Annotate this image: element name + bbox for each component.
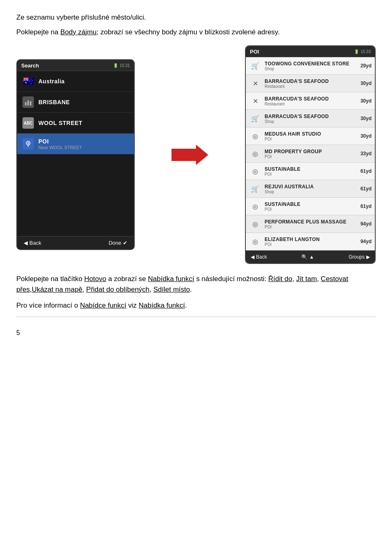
x-icon-1: ✕ <box>249 77 261 89</box>
svg-rect-1 <box>27 100 29 105</box>
poi-circle-icon-5: ◎ <box>249 218 261 230</box>
para1-prefix: Poklepejte na tlačítko <box>16 275 84 283</box>
right-screen-header: POI 🔋 15:33 <box>246 46 375 57</box>
poi-circle-icon-3: ◎ <box>249 165 261 177</box>
intro-line1: Ze seznamu vyberte příslušné město/ulici… <box>16 12 376 23</box>
poi-item-3[interactable]: ✕ BARRACUDA'S SEAFOOD Restaurant 30yd <box>246 92 375 110</box>
pridat-do-link[interactable]: Přidat do oblíbených <box>86 286 149 293</box>
left-screen-footer: ◀ Back Done ✔ <box>17 236 134 249</box>
empty-list-area <box>17 154 134 236</box>
poi-item-8[interactable]: 🛒 REJUVI AUSTRALIA Shop 61yd <box>246 180 375 198</box>
back-button-left[interactable]: ◀ Back <box>24 240 41 246</box>
poi-item-11[interactable]: ◎ ELIZABETH LANGTON POI 94yd <box>246 233 375 250</box>
poi-label: POI <box>38 138 82 145</box>
shop-icon-2: 🛒 <box>249 112 261 125</box>
left-screen-title: Search <box>21 63 39 69</box>
para2-suffix: . <box>185 302 187 309</box>
poi-item-9[interactable]: ◎ SUSTAINABLE POI 61yd <box>246 198 375 215</box>
list-item-poi[interactable]: POI Near WOOL STREET <box>17 134 134 154</box>
back-button-right[interactable]: ◀ Back <box>251 254 267 260</box>
australia-label: Australia <box>38 78 65 85</box>
poi-circle-icon-6: ◎ <box>249 235 261 248</box>
flag-icon: 🇦🇺 <box>21 74 35 88</box>
body-zajmu-link[interactable]: Body zájmu <box>60 28 97 36</box>
ukazat-na-mape-link[interactable]: Ukázat na mapě <box>32 286 82 293</box>
right-arrow-icon <box>172 144 208 166</box>
poi-item-7[interactable]: ◎ SUSTAINABLE POI 61yd <box>246 163 375 180</box>
poi-sublabel: Near WOOL STREET <box>38 145 82 150</box>
list-item-woolstreet[interactable]: ABC WOOL STREET <box>17 113 134 134</box>
list-item-brisbane[interactable]: BRISBANE <box>17 92 134 113</box>
list-item-australia[interactable]: 🇦🇺 Australia <box>17 71 134 92</box>
poi-icon <box>21 137 35 151</box>
para2-prefix: Pro více informací o <box>16 302 80 309</box>
poi-item-5[interactable]: ◎ MEDUSA HAIR STUDIO POI 30yd <box>246 127 375 145</box>
para2: Pro více informací o Nabídce funkcí viz … <box>16 300 376 311</box>
jit-tam-link[interactable]: Jít tam <box>296 275 317 283</box>
hotovo-link[interactable]: Hotovo <box>84 275 106 283</box>
nabidka-funkci-link1[interactable]: Nabídka funkcí <box>148 275 194 283</box>
para1-suffix: s následující možnosti: <box>194 275 268 283</box>
done-button[interactable]: Done ✔ <box>109 240 127 246</box>
abc-icon: ABC <box>21 116 35 130</box>
svg-rect-0 <box>25 102 27 105</box>
ridit-do-link[interactable]: Řídit do <box>268 275 292 283</box>
nabidka-funkci-link2[interactable]: Nabídka funkcí <box>139 302 185 309</box>
right-screen-status: 🔋 15:33 <box>354 49 371 54</box>
poi-circle-icon-4: ◎ <box>249 200 261 212</box>
brisbane-label: BRISBANE <box>38 99 70 105</box>
svg-point-4 <box>27 142 29 144</box>
poi-item-1[interactable]: 🛒 TOOWONG CONVENIENCE STORE Shop 29yd <box>246 57 375 75</box>
poi-item-2[interactable]: ✕ BARRACUDA'S SEAFOOD Restaurant 30yd <box>246 75 375 92</box>
poi-item-4[interactable]: 🛒 BARRACUDA'S SEAFOOD Shop 30yd <box>246 110 375 127</box>
para1: Poklepejte na tlačítko Hotovo a zobrazí … <box>16 274 376 295</box>
right-screen-footer: ◀ Back 🔍 ▲ Groups ▶ <box>246 250 375 263</box>
para2-mid: viz <box>126 302 138 309</box>
left-screen-header: Search 🔋 15:31 <box>17 60 134 71</box>
poi-item-6[interactable]: ◎ MD PROPERTY GROUP POI 33yd <box>246 145 375 163</box>
groups-button[interactable]: Groups ▶ <box>349 254 370 260</box>
right-screen: POI 🔋 15:33 🛒 TOOWONG CONVENIENCE STORE … <box>245 45 376 264</box>
shop-icon-1: 🛒 <box>249 60 261 72</box>
woolstreet-label: WOOL STREET <box>38 120 82 126</box>
poi-circle-icon-2: ◎ <box>249 147 261 160</box>
para1-mid: a zobrazí se <box>106 275 148 283</box>
sdilet-misto-link[interactable]: Sdílet místo <box>154 286 190 293</box>
city-icon <box>21 95 35 109</box>
page-divider <box>16 317 376 317</box>
left-screen-status: 🔋 15:31 <box>113 63 130 68</box>
x-icon-2: ✕ <box>249 95 261 107</box>
left-screen: Search 🔋 15:31 🇦🇺 Australia <box>16 59 135 250</box>
nabidce-funkci-link[interactable]: Nabídce funkcí <box>80 302 126 309</box>
right-screen-title: POI <box>250 49 259 55</box>
intro-line2-prefix: Poklepejte na <box>16 28 60 36</box>
intro-line2: Poklepejte na Body zájmu; zobrazí se vše… <box>16 27 376 38</box>
intro-line2-suffix: ; zobrazí se všechny body zájmu v blízko… <box>97 28 280 36</box>
page-number: 5 <box>16 329 376 337</box>
poi-circle-icon-1: ◎ <box>249 130 261 142</box>
svg-rect-2 <box>30 101 31 105</box>
poi-list: 🛒 TOOWONG CONVENIENCE STORE Shop 29yd ✕ … <box>246 57 375 250</box>
search-button[interactable]: 🔍 ▲ <box>301 254 314 260</box>
svg-marker-6 <box>172 145 208 165</box>
arrow-container <box>135 144 245 166</box>
poi-item-10[interactable]: ◎ PERFORMANCE PLUS MASSAGE POI 94yd <box>246 215 375 233</box>
shop-icon-3: 🛒 <box>249 183 261 195</box>
screenshots-row: Search 🔋 15:31 🇦🇺 Australia <box>16 45 376 264</box>
